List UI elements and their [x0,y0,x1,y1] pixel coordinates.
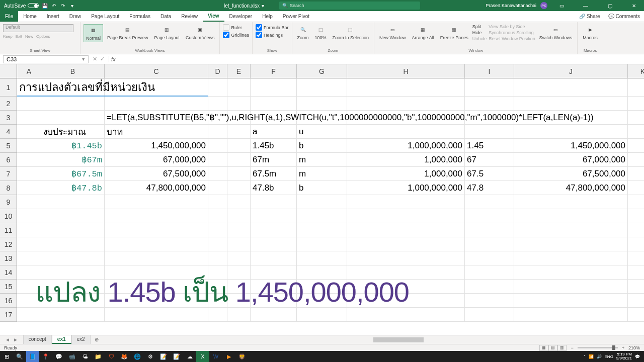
select-all-corner[interactable] [0,64,17,78]
cell[interactable]: m [297,153,347,167]
row-header[interactable]: 4 [0,125,17,139]
ribbon-display-icon[interactable]: ▭ [551,0,572,11]
tab-help[interactable]: Help [257,11,278,22]
cell[interactable]: 1,000,000 [347,167,465,181]
comments-button[interactable]: 💬Comments [604,11,644,22]
tab-powerpivot[interactable]: Power Pivot [278,11,314,22]
tab-insert[interactable]: Insert [42,11,64,22]
row-header[interactable]: 15 [0,280,17,294]
row-header[interactable]: 12 [0,237,17,251]
tab-draw[interactable]: Draw [64,11,86,22]
cell[interactable]: u [297,125,347,139]
tab-data[interactable]: Data [155,11,176,22]
zoom-slider[interactable] [578,347,618,348]
cell[interactable]: a [251,125,297,139]
tab-developer[interactable]: Developer [224,11,258,22]
arrangeall-button[interactable]: ▦Arrange All [410,24,436,41]
horizontal-scrollbar[interactable] [108,337,639,343]
cell[interactable]: 1.45 [465,139,514,153]
row-header[interactable]: 7 [0,167,17,181]
normalview-icon[interactable]: ▦ [539,345,548,351]
row-header[interactable]: 17 [0,308,17,322]
tab-view[interactable]: View [203,11,224,22]
task-icon[interactable]: 💬 [52,351,65,362]
minimize-button[interactable]: — [576,0,596,11]
next-sheet-icon[interactable]: ► [13,337,18,342]
tab-review[interactable]: Review [176,11,203,22]
prev-sheet-icon[interactable]: ◄ [5,337,10,342]
task-icon[interactable]: 📁 [92,351,105,362]
cell[interactable]: 47,800,000,000 [514,181,628,195]
tab-formulas[interactable]: Formulas [124,11,155,22]
zoom-in-button[interactable]: + [622,345,624,350]
task-icon[interactable]: ☁ [183,351,196,362]
cell[interactable]: งบประมาณ [41,125,105,139]
task-icon[interactable]: 🔍 [13,351,26,362]
task-icon[interactable]: 🌤 [78,351,92,362]
row-header[interactable]: 8 [0,181,17,195]
cell[interactable]: ฿67.5m [41,167,105,181]
tray-chevron-icon[interactable]: ˄ [584,354,586,359]
row-header[interactable]: 1 [0,78,17,97]
headings-checkbox[interactable]: Headings [256,32,289,38]
column-header[interactable]: C [105,64,208,78]
pagebreak-button[interactable]: ▤Page Break Preview [105,24,150,41]
name-box[interactable]: C33▾ [3,55,89,63]
add-sheet-button[interactable]: ⊕ [91,337,103,342]
cell[interactable]: 1,000,000,000 [347,181,465,195]
cell[interactable]: 67 [465,153,514,167]
task-icon[interactable]: 🛡 [105,351,118,362]
avatar[interactable]: PK [540,2,547,9]
task-icon[interactable]: 📹 [65,351,78,362]
cell[interactable]: 67,500,000 [105,167,208,181]
cell[interactable]: b [297,181,347,195]
cell[interactable]: การแปลงตัวเลขที่มีหน่วยเงิน [17,78,208,97]
switchwindows-button[interactable]: ▭Switch Windows [537,24,575,41]
formulabar-checkbox[interactable]: Formula Bar [256,24,289,31]
qat-dropdown-icon[interactable]: ▾ [69,3,75,9]
cell[interactable]: บาท [105,125,208,139]
sheet-tab-concept[interactable]: concept [23,335,52,344]
save-icon[interactable]: 💾 [42,3,48,9]
row-header[interactable]: 5 [0,139,17,153]
cell[interactable]: =LET(a,SUBSTITUTE(B5,"฿",""),u,RIGHT(a,1… [105,111,628,125]
cell[interactable]: ฿67m [41,153,105,167]
tab-file[interactable]: File [0,11,18,22]
pagebreakview-icon[interactable]: ▥ [557,345,567,351]
task-icon[interactable]: 📘 [26,351,39,362]
pagelayout-button[interactable]: ▥Page Layout [152,24,182,41]
column-header[interactable]: E [227,64,251,78]
customviews-button[interactable]: ▣Custom Views [184,24,216,41]
row-header[interactable]: 16 [0,294,17,308]
language-indicator[interactable]: ENG [605,354,613,359]
row-header[interactable]: 9 [0,195,17,209]
hide-button[interactable]: Hide [472,30,487,35]
column-header[interactable]: J [514,64,628,78]
filename[interactable]: let_function.xlsx ▾ [224,3,264,9]
sheet-tab-ex1[interactable]: ex1 [52,335,71,344]
normal-view-button[interactable]: ▦Normal [84,24,103,42]
column-header[interactable]: I [465,64,514,78]
cell[interactable]: 67,000,000 [514,153,628,167]
column-header[interactable]: F [251,64,297,78]
newwindow-button[interactable]: ▭New Window [377,24,408,41]
volume-icon[interactable]: 🔊 [597,354,602,359]
undo-icon[interactable]: ↶ [51,3,57,9]
fx-icon[interactable]: fx [109,56,118,62]
zoom-level[interactable]: 210% [628,345,640,350]
gridlines-checkbox[interactable]: Gridlines [223,32,249,38]
share-button[interactable]: 🔗Share [575,11,604,22]
cell[interactable]: 1,000,000 [347,153,465,167]
column-header[interactable]: G [297,64,347,78]
start-button[interactable]: ⊞ [0,351,13,362]
tab-home[interactable]: Home [18,11,42,22]
close-button[interactable]: ✕ [624,0,644,11]
cell[interactable]: 1,450,000,000 [514,139,628,153]
task-icon[interactable]: 🦊 [118,351,131,362]
zoom-out-button[interactable]: − [571,345,573,350]
pagelayoutview-icon[interactable]: ▤ [548,345,557,351]
cancel-icon[interactable]: ✕ [93,56,97,62]
row-header[interactable]: 10 [0,209,17,223]
task-icon[interactable]: 🦁 [235,351,249,362]
task-icon[interactable]: ▶ [222,351,235,362]
